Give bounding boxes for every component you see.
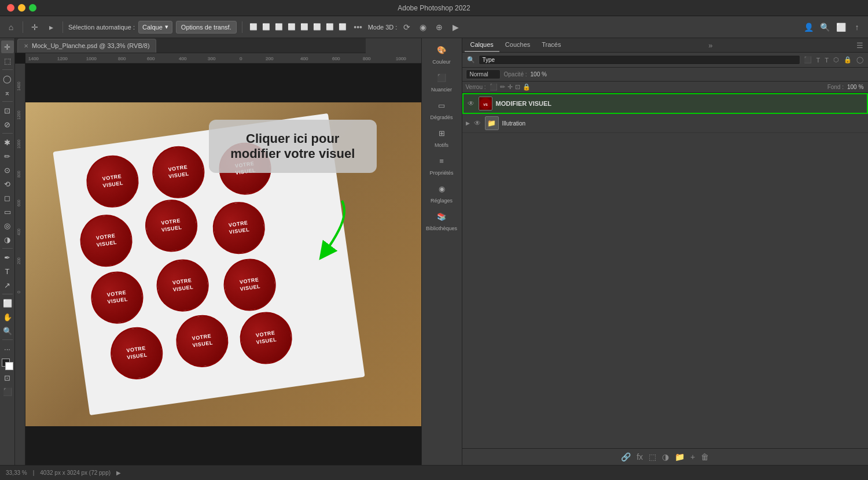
layer-adjustment-icon[interactable]: ◑ [662, 452, 669, 461]
align-center-h-icon[interactable]: ⬜ [260, 21, 272, 33]
gradient-tool[interactable]: ▭ [1, 205, 14, 218]
user-icon[interactable]: 👤 [802, 21, 815, 34]
filter-text-icon[interactable]: T [823, 56, 830, 65]
shape-tool[interactable]: ⬜ [1, 297, 14, 309]
layer-fx-icon[interactable]: fx [637, 452, 643, 461]
minimize-button[interactable] [18, 4, 25, 12]
close-tab-icon[interactable]: ✕ [24, 43, 28, 49]
3d-icon-2[interactable]: ◉ [417, 21, 429, 34]
tool-separator-6 [2, 339, 13, 340]
lock-artboard-icon[interactable]: ⊡ [515, 83, 520, 91]
arrow-tool-icon[interactable]: ▸ [45, 21, 57, 34]
bibliotheques-panel-item[interactable]: 📚 Bibliothèques [424, 208, 459, 231]
nuancier-panel-item[interactable]: ⬛ Nuancier [424, 69, 459, 93]
layer-item-illutration[interactable]: ▶ 👁 📁 Illutration [462, 114, 869, 133]
video-icon[interactable]: ▶ [449, 21, 462, 34]
tab-couches[interactable]: Couches [499, 38, 536, 52]
brush-tool[interactable]: ✏ [1, 150, 14, 163]
move-tool-icon[interactable]: ✛ [28, 21, 41, 34]
layer-expand-icon[interactable]: ▶ [466, 120, 470, 126]
lock-label: Verrou : [466, 84, 486, 90]
layers-bottom-bar: 🔗 fx ⬚ ◑ 📁 + 🗑 [462, 448, 869, 465]
background-color[interactable] [5, 362, 13, 370]
align-left-icon[interactable]: ⬜ [248, 21, 259, 33]
tab-traces[interactable]: Tracés [536, 38, 567, 52]
maximize-button[interactable] [29, 4, 36, 12]
filter-pixel-icon[interactable]: ⬛ [803, 55, 813, 65]
align-center-v-icon[interactable]: ⬜ [299, 21, 310, 33]
selection-label: Sélection automatique : [68, 24, 135, 31]
lock-all-icon[interactable]: 🔒 [523, 83, 531, 91]
filter-adjustment-icon[interactable]: T [815, 56, 822, 65]
share-icon[interactable]: ↑ [851, 21, 863, 34]
options-transform-button[interactable]: Options de transf. [176, 21, 237, 34]
couleur-panel-item[interactable]: 🎨 Couleur [424, 42, 459, 65]
document-tab[interactable]: ✕ Mock_Up_Planche.psd @ 33,3% (RVB/8) [17, 39, 156, 53]
more-options-icon[interactable]: ••• [352, 21, 365, 34]
history-tool[interactable]: ⟲ [1, 178, 14, 190]
distribute2-icon[interactable]: ⬜ [337, 21, 348, 33]
align-bottom-icon[interactable]: ⬜ [311, 21, 323, 33]
tabs-more-icon[interactable]: » [706, 41, 715, 50]
layers-filter-toolbar: 🔍 Type ⬛ T T ⬡ 🔒 ◯ [462, 53, 869, 68]
move-tool[interactable]: ✛ [1, 40, 14, 53]
selection-type-dropdown[interactable]: Calque ▾ [138, 21, 172, 34]
layer-item-modifier-visuel[interactable]: 👁 VS MODIFIER VISUEL [462, 93, 869, 114]
3d-icon-1[interactable]: ⟳ [400, 21, 413, 34]
workspace-icon[interactable]: ⬜ [834, 21, 847, 34]
new-group-icon[interactable]: 📁 [675, 452, 685, 461]
eraser-tool[interactable]: ◻ [1, 191, 14, 204]
text-tool[interactable]: T [1, 265, 14, 278]
dodge-tool[interactable]: ◑ [1, 233, 14, 246]
zoom-tool[interactable]: 🔍 [1, 324, 14, 337]
filter-shape-icon[interactable]: ⬡ [832, 55, 840, 65]
layer-eye-icon-1[interactable]: 👁 [467, 99, 475, 108]
dots-tool[interactable]: ··· [1, 342, 14, 355]
lasso-tool[interactable]: ◯ [1, 72, 14, 85]
pen2-tool[interactable]: ✒ [1, 251, 14, 264]
quick-mask-tool[interactable]: ⊡ [1, 371, 14, 384]
pen-tool[interactable]: ⌅ [1, 86, 14, 99]
eyedropper-tool[interactable]: ⊘ [1, 118, 14, 131]
callout-text: Cliquer ici pour modifier votre visuel [230, 131, 355, 161]
stamp-tool[interactable]: ⊙ [1, 164, 14, 176]
delete-layer-icon[interactable]: 🗑 [701, 452, 709, 461]
degrade-panel-item[interactable]: ▭ Dégradés [424, 97, 459, 120]
app-title: Adobe Photoshop 2022 [398, 4, 470, 12]
filter-type-dropdown[interactable]: Type [479, 55, 800, 65]
layer-mask-icon[interactable]: ⬚ [649, 452, 656, 461]
hand-tool[interactable]: ✋ [1, 311, 14, 323]
align-top-icon[interactable]: ⬜ [286, 21, 297, 33]
link-layers-icon[interactable]: 🔗 [621, 452, 631, 461]
home-icon[interactable]: ⌂ [5, 21, 17, 34]
screen-mode-tool[interactable]: ⬛ [1, 385, 14, 398]
statusbar: 33,33 % | 4032 px x 3024 px (72 ppp) ▶ [0, 465, 868, 480]
svg-text:600: 600 [147, 56, 155, 61]
lock-brush-icon[interactable]: ✏ [500, 83, 505, 91]
blur-tool[interactable]: ◎ [1, 219, 14, 232]
proprietes-panel-item[interactable]: ≡ Propriétés [424, 153, 459, 176]
new-layer-icon[interactable]: + [690, 452, 695, 461]
close-button[interactable] [7, 4, 14, 12]
align-right-icon[interactable]: ⬜ [273, 21, 285, 33]
search-top-icon[interactable]: 🔍 [818, 21, 831, 34]
tab-calques[interactable]: Calques [465, 38, 499, 52]
crop-tool[interactable]: ⊡ [1, 104, 14, 117]
tabs-menu-icon[interactable]: ☰ [854, 41, 866, 50]
distribute-icon[interactable]: ⬜ [324, 21, 336, 33]
lock-pixel-icon[interactable]: ⬛ [490, 83, 498, 91]
selection-tool[interactable]: ⬚ [1, 54, 14, 67]
healing-tool[interactable]: ✱ [1, 136, 14, 149]
filter-toggle-icon[interactable]: ◯ [855, 55, 865, 65]
blend-mode-dropdown[interactable]: Normal [466, 69, 501, 79]
reglages-panel-item[interactable]: ◉ Réglages [424, 180, 459, 204]
lock-move-icon[interactable]: ✛ [507, 83, 513, 91]
proprietes-label: Propriétés [429, 170, 453, 176]
color-swatches[interactable] [2, 359, 13, 370]
layer-eye-icon-2[interactable]: 👁 [473, 119, 481, 127]
3d-icon-3[interactable]: ⊕ [433, 21, 446, 34]
path-tool[interactable]: ↗ [1, 279, 14, 291]
fill-label: Fond : [827, 84, 844, 90]
motifs-panel-item[interactable]: ⊞ Motifs [424, 125, 459, 148]
filter-smart-icon[interactable]: 🔒 [843, 55, 853, 65]
